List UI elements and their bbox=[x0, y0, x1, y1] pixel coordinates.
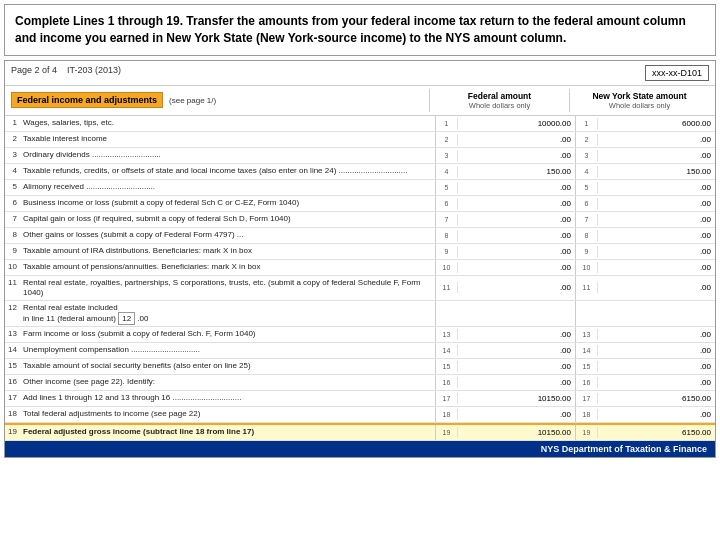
table-row: 11Rental real estate, royalties, partner… bbox=[5, 276, 715, 302]
row-description: Wages, salaries, tips, etc. bbox=[19, 116, 435, 131]
table-row: 16Other income (see page 22). Identify:1… bbox=[5, 375, 715, 391]
row-number: 15 bbox=[5, 359, 19, 374]
federal-amount: .00 bbox=[458, 133, 575, 146]
row-number: 12 bbox=[5, 301, 19, 326]
row-number: 3 bbox=[5, 148, 19, 163]
row-description: Taxable amount of social security benefi… bbox=[19, 359, 435, 374]
table-row: 3Ordinary dividends ....................… bbox=[5, 148, 715, 164]
federal-amount: .00 bbox=[458, 408, 575, 421]
federal-amount: .00 bbox=[458, 229, 575, 242]
row-number: 9 bbox=[5, 244, 19, 259]
row-number: 1 bbox=[5, 116, 19, 131]
row-description: Rental real estate, royalties, partnersh… bbox=[19, 276, 435, 301]
federal-amount: 10000.00 bbox=[458, 117, 575, 130]
table-row: 17Add lines 1 through 12 and 13 through … bbox=[5, 391, 715, 407]
row-description: Taxable amount of pensions/annuities. Be… bbox=[19, 260, 435, 275]
page-info: Page 2 of 4 bbox=[11, 65, 57, 75]
footer-bar: NYS Department of Taxation & Finance bbox=[5, 441, 715, 457]
row-description: Taxable interest income bbox=[19, 132, 435, 147]
table-row: 6Business income or loss (submit a copy … bbox=[5, 196, 715, 212]
section-label: Federal income and adjustments bbox=[11, 92, 163, 108]
nys-amount: .00 bbox=[598, 328, 715, 341]
nys-amount: .00 bbox=[598, 133, 715, 146]
row-number: 5 bbox=[5, 180, 19, 195]
table-row: 7Capital gain or loss (if required, subm… bbox=[5, 212, 715, 228]
federal-col-sub: Whole dollars only bbox=[434, 101, 565, 110]
footer-label: NYS Department of Taxation & Finance bbox=[541, 444, 707, 454]
row-description: Business income or loss (submit a copy o… bbox=[19, 196, 435, 211]
federal-amount: .00 bbox=[458, 149, 575, 162]
nys-amount: 6150.00 bbox=[598, 426, 715, 439]
section-note: (see page 1/) bbox=[169, 96, 216, 105]
row-number: 11 bbox=[5, 276, 19, 301]
federal-amount: .00 bbox=[458, 213, 575, 226]
table-row: 14Unemployment compensation ............… bbox=[5, 343, 715, 359]
row-number: 7 bbox=[5, 212, 19, 227]
nys-amount: .00 bbox=[598, 149, 715, 162]
nys-amount: 6150.00 bbox=[598, 392, 715, 405]
row-number: 14 bbox=[5, 343, 19, 358]
federal-amount: .00 bbox=[458, 328, 575, 341]
row-number: 18 bbox=[5, 407, 19, 422]
nys-amount: .00 bbox=[598, 261, 715, 274]
nys-col-title: New York State amount bbox=[574, 91, 705, 101]
table-row: 12Rental real estate includedin line 11 … bbox=[5, 301, 715, 327]
federal-amount: .00 bbox=[458, 376, 575, 389]
nys-amount: .00 bbox=[598, 376, 715, 389]
form-info: IT-203 (2013) bbox=[67, 65, 121, 75]
row-description: Total federal adjustments to income (see… bbox=[19, 407, 435, 422]
nys-amount: .00 bbox=[598, 281, 715, 294]
federal-amount: .00 bbox=[458, 344, 575, 357]
row-number: 2 bbox=[5, 132, 19, 147]
nys-amount: .00 bbox=[598, 181, 715, 194]
row-description: Add lines 1 through 12 and 13 through 16… bbox=[19, 391, 435, 406]
nys-amount: .00 bbox=[598, 245, 715, 258]
row-description: Federal adjusted gross income (subtract … bbox=[19, 425, 435, 439]
row-description: Alimony received .......................… bbox=[19, 180, 435, 195]
federal-col-title: Federal amount bbox=[434, 91, 565, 101]
main-content: Page 2 of 4 IT-203 (2013) xxx-xx-D101 Fe… bbox=[4, 60, 716, 458]
row-description: Unemployment compensation ..............… bbox=[19, 343, 435, 358]
table-row: 10Taxable amount of pensions/annuities. … bbox=[5, 260, 715, 276]
row-description: Other gains or losses (submit a copy of … bbox=[19, 228, 435, 243]
nys-amount: .00 bbox=[598, 213, 715, 226]
federal-amount: .00 bbox=[458, 261, 575, 274]
federal-amount: .00 bbox=[458, 281, 575, 294]
header-text: Complete Lines 1 through 19. Transfer th… bbox=[15, 14, 686, 45]
nys-amount: .00 bbox=[598, 344, 715, 357]
table-row: 18Total federal adjustments to income (s… bbox=[5, 407, 715, 423]
nys-amount: .00 bbox=[598, 360, 715, 373]
table-row: 19Federal adjusted gross income (subtrac… bbox=[5, 423, 715, 440]
nys-amount: .00 bbox=[598, 408, 715, 421]
federal-amount: .00 bbox=[458, 360, 575, 373]
row-number: 6 bbox=[5, 196, 19, 211]
nys-amount: .00 bbox=[598, 229, 715, 242]
ssn-box: xxx-xx-D101 bbox=[645, 65, 709, 81]
table-row: 5Alimony received ......................… bbox=[5, 180, 715, 196]
row-description: Rental real estate includedin line 11 (f… bbox=[19, 301, 435, 326]
row-number: 4 bbox=[5, 164, 19, 179]
row-number: 19 bbox=[5, 425, 19, 439]
row-number: 13 bbox=[5, 327, 19, 342]
row-description: Other income (see page 22). Identify: bbox=[19, 375, 435, 390]
nys-col-sub: Whole dollars only bbox=[574, 101, 705, 110]
row-number: 10 bbox=[5, 260, 19, 275]
federal-amount: .00 bbox=[458, 181, 575, 194]
row-description: Ordinary dividends .....................… bbox=[19, 148, 435, 163]
row-description: Capital gain or loss (if required, submi… bbox=[19, 212, 435, 227]
row-description: Taxable amount of IRA distributions. Ben… bbox=[19, 244, 435, 259]
federal-amount: 10150.00 bbox=[458, 392, 575, 405]
nys-amount: .00 bbox=[598, 197, 715, 210]
table-row: 2Taxable interest income2.002.00 bbox=[5, 132, 715, 148]
table-row: 1Wages, salaries, tips, etc.110000.00160… bbox=[5, 116, 715, 132]
table-row: 15Taxable amount of social security bene… bbox=[5, 359, 715, 375]
federal-amount: .00 bbox=[458, 197, 575, 210]
federal-amount: 150.00 bbox=[458, 165, 575, 178]
table: 1Wages, salaries, tips, etc.110000.00160… bbox=[5, 116, 715, 441]
header-banner: Complete Lines 1 through 19. Transfer th… bbox=[4, 4, 716, 56]
table-row: 9Taxable amount of IRA distributions. Be… bbox=[5, 244, 715, 260]
row-description: Taxable refunds, credits, or offsets of … bbox=[19, 164, 435, 179]
row-number: 8 bbox=[5, 228, 19, 243]
federal-amount: 10150.00 bbox=[458, 426, 575, 439]
row-number: 16 bbox=[5, 375, 19, 390]
